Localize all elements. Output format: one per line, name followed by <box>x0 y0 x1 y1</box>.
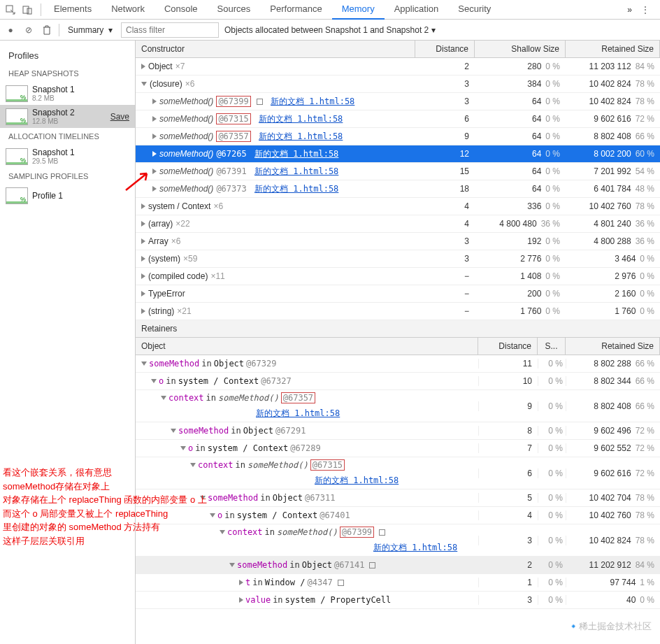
tab-sources[interactable]: Sources <box>208 0 261 20</box>
col-constructor[interactable]: Constructor <box>136 41 415 57</box>
expand-icon[interactable] <box>171 429 176 433</box>
source-link[interactable]: 新的文档 1.html:58 <box>315 475 399 487</box>
constructor-row[interactable]: someMethod() @67373 新的文档 1.html:5818640 … <box>136 180 660 198</box>
retainer-row[interactable]: o in system / Context @6740140 %10 402 7… <box>136 507 660 524</box>
retainer-row[interactable]: context in someMethod() @67315新的文档 1.htm… <box>136 457 660 489</box>
expand-icon[interactable] <box>141 256 145 262</box>
col-r-shallow[interactable]: S... <box>538 338 566 355</box>
expand-icon[interactable] <box>152 116 157 122</box>
expand-icon[interactable] <box>141 64 145 69</box>
expand-icon[interactable] <box>152 151 157 157</box>
constructor-row[interactable]: someMethod() @67265 新的文档 1.html:5812640 … <box>136 145 660 163</box>
constructor-row[interactable]: someMethod() @67399 新的文档 1.html:583640 %… <box>136 93 660 110</box>
expand-icon[interactable] <box>141 291 145 296</box>
expand-icon[interactable] <box>141 238 145 244</box>
expand-icon[interactable] <box>220 530 225 534</box>
retainer-row[interactable]: value in system / PropertyCell30 %400 % <box>136 592 660 609</box>
expand-icon[interactable] <box>180 446 186 450</box>
expand-icon[interactable] <box>190 463 196 467</box>
expand-icon[interactable] <box>239 597 243 603</box>
distance-cell: 2 <box>415 62 475 71</box>
expand-icon[interactable] <box>141 203 145 209</box>
retainers-grid[interactable]: someMethod in Object @67329110 %8 802 28… <box>136 355 660 644</box>
expand-icon[interactable] <box>152 186 157 192</box>
source-link[interactable]: 新的文档 1.html:58 <box>254 148 338 160</box>
snapshot-item[interactable]: Snapshot 129.5 MB <box>0 145 135 168</box>
trash-icon[interactable] <box>41 24 53 36</box>
retainer-row[interactable]: someMethod in Object @6714120 %11 202 91… <box>136 557 660 574</box>
constructor-row[interactable]: (compiled code) ×11−1 4080 %2 9760 % <box>136 268 660 285</box>
col-r-retained[interactable]: Retained Size <box>566 338 660 355</box>
expand-icon[interactable] <box>152 134 157 139</box>
expand-icon[interactable] <box>141 362 147 366</box>
source-link[interactable]: 新的文档 1.html:58 <box>256 408 340 420</box>
expand-icon[interactable] <box>161 396 166 400</box>
constructor-row[interactable]: someMethod() @67391 新的文档 1.html:5815640 … <box>136 163 660 180</box>
expand-icon[interactable] <box>229 563 235 567</box>
inspect-icon[interactable] <box>4 3 17 16</box>
snapshot-item[interactable]: Snapshot 18.2 MB <box>0 82 135 105</box>
more-tabs[interactable]: » <box>627 5 632 15</box>
kebab-menu-icon[interactable]: ⋮ <box>639 3 652 16</box>
col-distance[interactable]: Distance <box>415 41 475 57</box>
col-retained[interactable]: Retained Size <box>566 41 660 57</box>
tab-memory[interactable]: Memory <box>332 0 385 20</box>
memory-toolbar: ● ⊘ Summary ▾ Objects allocated between … <box>0 20 660 41</box>
constructor-row[interactable]: (string) ×21−1 7600 %1 7600 % <box>136 303 660 320</box>
row-label: Object <box>148 62 173 71</box>
constructors-grid[interactable]: Object ×722800 %11 203 11284 %(closure) … <box>136 58 660 320</box>
tab-application[interactable]: Application <box>385 0 449 20</box>
constructor-row[interactable]: Array ×631920 %4 800 28836 % <box>136 233 660 250</box>
record-icon[interactable]: ● <box>4 24 17 36</box>
retainer-row[interactable]: someMethod in Object @67329110 %8 802 28… <box>136 355 660 373</box>
expand-icon[interactable] <box>141 308 145 314</box>
source-link[interactable]: 新的文档 1.html:58 <box>259 113 343 125</box>
source-link[interactable]: 新的文档 1.html:58 <box>254 183 338 195</box>
constructor-row[interactable]: (closure) ×633840 %10 402 82478 % <box>136 76 660 93</box>
expand-icon[interactable] <box>200 496 206 500</box>
retainer-row[interactable]: o in system / Context @67327100 %8 802 3… <box>136 373 660 390</box>
expand-icon[interactable] <box>152 169 157 174</box>
retainer-row[interactable]: someMethod in Object @6731150 %10 402 70… <box>136 489 660 507</box>
view-dropdown[interactable]: Summary ▾ <box>65 24 115 36</box>
clear-icon[interactable]: ⊘ <box>22 24 35 36</box>
tab-performance[interactable]: Performance <box>260 0 331 20</box>
col-shallow[interactable]: Shallow Size <box>475 41 566 57</box>
retainer-row[interactable]: context in someMethod() @67399新的文档 1.htm… <box>136 524 660 557</box>
tab-elements[interactable]: Elements <box>44 0 101 20</box>
source-link[interactable]: 新的文档 1.html:58 <box>271 96 354 108</box>
shallow-cell: 3840 % <box>475 79 566 89</box>
expand-icon[interactable] <box>141 221 145 227</box>
constructor-row[interactable]: someMethod() @67315 新的文档 1.html:586640 %… <box>136 110 660 128</box>
device-icon[interactable] <box>21 3 34 16</box>
source-link[interactable]: 新的文档 1.html:58 <box>254 166 338 178</box>
constructor-row[interactable]: Object ×722800 %11 203 11284 % <box>136 58 660 76</box>
tab-console[interactable]: Console <box>155 0 208 20</box>
source-link[interactable]: 新的文档 1.html:58 <box>373 542 457 554</box>
expand-icon[interactable] <box>151 379 157 383</box>
retainer-row[interactable]: context in someMethod() @67357新的文档 1.htm… <box>136 390 660 422</box>
save-link[interactable]: Save <box>110 112 129 122</box>
col-r-distance[interactable]: Distance <box>478 338 538 355</box>
expand-icon[interactable] <box>210 513 215 517</box>
constructor-row[interactable]: system / Context ×643360 %10 402 76078 % <box>136 198 660 215</box>
source-link[interactable]: 新的文档 1.html:58 <box>259 131 343 143</box>
col-object[interactable]: Object <box>136 338 478 355</box>
constructor-row[interactable]: TypeError−2000 %2 1600 % <box>136 285 660 303</box>
expand-icon[interactable] <box>141 273 145 279</box>
expand-icon[interactable] <box>141 82 147 86</box>
snapshot-item[interactable]: Snapshot 212.8 MBSave <box>0 105 135 128</box>
retainer-row[interactable]: t in Window / @434710 %97 7441 % <box>136 574 660 592</box>
constructor-row[interactable]: (array) ×2244 800 48036 %4 801 24036 % <box>136 215 660 233</box>
retainer-row[interactable]: o in system / Context @6728970 %9 602 55… <box>136 440 660 457</box>
expand-icon[interactable] <box>152 99 157 104</box>
constructor-row[interactable]: (system) ×5932 7760 %3 4640 % <box>136 250 660 268</box>
constructor-row[interactable]: someMethod() @67357 新的文档 1.html:589640 %… <box>136 128 660 145</box>
tab-security[interactable]: Security <box>448 0 501 20</box>
snapshot-item[interactable]: Profile 1 <box>0 185 135 207</box>
expand-icon[interactable] <box>239 580 243 585</box>
retainer-row[interactable]: someMethod in Object @6729180 %9 602 496… <box>136 422 660 440</box>
allocation-filter-dropdown[interactable]: Objects allocated between Snapshot 1 and… <box>224 25 436 35</box>
tab-network[interactable]: Network <box>101 0 155 20</box>
class-filter-input[interactable] <box>121 22 219 38</box>
